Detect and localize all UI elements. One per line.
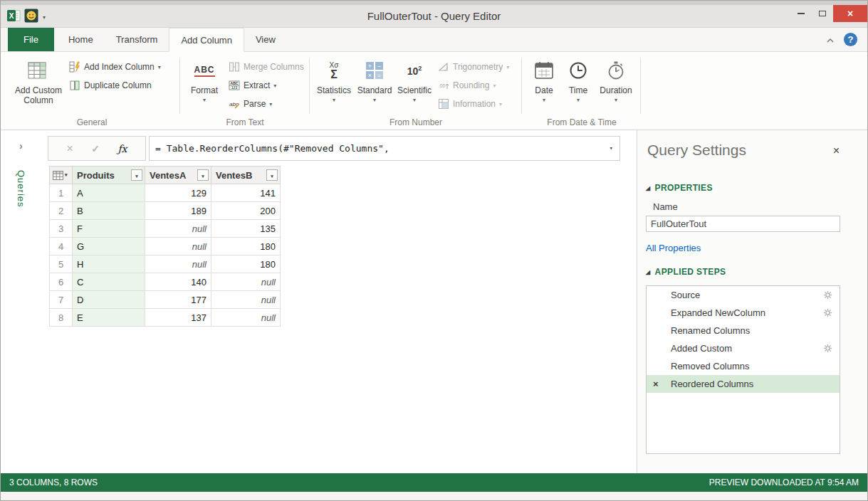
fx-icon[interactable]: ƒx xyxy=(117,143,127,154)
applied-step-added-custom[interactable]: Added Custom xyxy=(647,339,840,357)
column-header-produits[interactable]: Produits ▾ xyxy=(73,167,145,184)
formula-expand-icon[interactable]: ▾ xyxy=(610,137,613,160)
applied-steps-section-header[interactable]: ◢ APPLIED STEPS xyxy=(646,267,726,277)
row-number[interactable]: 1 xyxy=(50,184,73,202)
row-number[interactable]: 7 xyxy=(50,291,73,309)
filter-dropdown-icon[interactable]: ▾ xyxy=(266,169,278,181)
formula-input[interactable]: = Table.ReorderColumns(#"Removed Columns… xyxy=(149,136,620,161)
cell-ventesa[interactable]: null xyxy=(145,220,211,238)
expand-queries-pane-icon[interactable]: › xyxy=(19,140,23,152)
tab-view[interactable]: View xyxy=(244,28,287,51)
collapse-ribbon-icon[interactable] xyxy=(826,35,836,45)
cell-ventesa[interactable]: 140 xyxy=(145,273,211,291)
duplicate-column-button[interactable]: Duplicate Column xyxy=(69,78,152,93)
merge-columns-icon xyxy=(229,61,240,73)
smiley-feedback-icon[interactable] xyxy=(24,9,38,26)
tab-add-column[interactable]: Add Column xyxy=(169,28,244,52)
date-button[interactable]: Date ▾ xyxy=(529,55,559,120)
merge-columns-button[interactable]: Merge Columns xyxy=(229,59,304,75)
format-button[interactable]: ABC Format ▾ xyxy=(184,55,224,120)
row-number[interactable]: 6 xyxy=(50,273,73,291)
cell-produits[interactable]: C xyxy=(73,273,145,291)
cell-produits[interactable]: G xyxy=(73,238,145,255)
formula-accept-icon[interactable]: ✓ xyxy=(91,143,100,154)
standard-button[interactable]: + − × = Standard ▾ xyxy=(355,55,394,120)
minimize-button[interactable] xyxy=(790,5,812,22)
collapse-triangle-icon: ◢ xyxy=(646,269,651,275)
close-button[interactable]: × xyxy=(833,5,867,22)
applied-step-renamed-columns[interactable]: Renamed Columns xyxy=(647,322,840,339)
cell-ventesa[interactable]: 189 xyxy=(145,202,211,220)
information-button[interactable]: Information ▾ xyxy=(438,96,502,112)
gear-icon[interactable] xyxy=(823,308,832,317)
extract-button[interactable]: ABC 123 Extract ▾ xyxy=(229,78,276,93)
add-custom-column-button[interactable]: Add Custom Column xyxy=(11,55,66,120)
cell-ventesa[interactable]: 129 xyxy=(145,184,211,202)
cell-ventesb[interactable]: 180 xyxy=(211,238,281,255)
applied-step-source[interactable]: Source xyxy=(647,286,840,304)
parse-icon: abc xyxy=(229,98,240,110)
chevron-down-icon: ▾ xyxy=(373,97,376,103)
table-corner-button[interactable]: ▾ xyxy=(50,167,73,184)
queries-pane-label[interactable]: Queries xyxy=(16,170,26,208)
filter-dropdown-icon[interactable]: ▾ xyxy=(197,169,209,181)
cell-ventesb[interactable]: 141 xyxy=(211,184,281,202)
delete-step-icon[interactable]: × xyxy=(653,375,659,393)
scientific-button[interactable]: 102 Scientific ▾ xyxy=(394,55,435,120)
applied-step-reordered-columns[interactable]: × Reordered Columns xyxy=(647,375,840,393)
cell-ventesb[interactable]: null xyxy=(211,273,281,291)
cell-ventesb[interactable]: 200 xyxy=(211,202,281,220)
cell-ventesa[interactable]: null xyxy=(145,255,211,273)
rounding-button[interactable]: .00 Rounding ▾ xyxy=(438,78,496,93)
all-properties-link[interactable]: All Properties xyxy=(646,243,701,253)
group-divider xyxy=(640,58,641,114)
applied-step-expanded-newcolumn[interactable]: Expanded NewColumn xyxy=(647,304,840,322)
row-number[interactable]: 5 xyxy=(50,255,73,273)
cell-ventesb[interactable]: null xyxy=(211,291,281,309)
trigonometry-button[interactable]: Trigonometry ▾ xyxy=(438,59,509,75)
cell-ventesb[interactable]: 180 xyxy=(211,255,281,273)
query-name-input[interactable] xyxy=(646,216,840,232)
format-abc-icon: ABC xyxy=(194,58,215,83)
formula-cancel-icon[interactable]: × xyxy=(66,142,73,155)
cell-produits[interactable]: F xyxy=(73,220,145,238)
maximize-button[interactable] xyxy=(812,5,833,22)
tab-file[interactable]: File xyxy=(8,28,54,51)
cell-produits[interactable]: D xyxy=(73,291,145,309)
step-label: Reordered Columns xyxy=(671,379,753,389)
column-header-ventesa[interactable]: VentesA ▾ xyxy=(145,167,211,184)
tab-transform[interactable]: Transform xyxy=(105,28,169,51)
cell-ventesa[interactable]: null xyxy=(145,238,211,255)
statistics-button[interactable]: ΧσΣ Statistics ▾ xyxy=(314,55,354,120)
tab-home[interactable]: Home xyxy=(57,28,105,51)
row-number[interactable]: 2 xyxy=(50,202,73,220)
qat-dropdown-icon[interactable]: ▾ xyxy=(43,14,46,21)
cell-produits[interactable]: E xyxy=(73,309,145,327)
cell-produits[interactable]: H xyxy=(73,255,145,273)
cell-ventesa[interactable]: 137 xyxy=(145,309,211,327)
cell-ventesb[interactable]: null xyxy=(211,309,281,327)
time-button[interactable]: Time ▾ xyxy=(563,55,593,120)
statistics-icon: ΧσΣ xyxy=(330,58,339,83)
row-number[interactable]: 8 xyxy=(50,309,73,327)
rounding-icon: .00 xyxy=(438,80,449,91)
table-row: 3 F null 135 xyxy=(50,220,281,238)
cell-produits[interactable]: A xyxy=(73,184,145,202)
gear-icon[interactable] xyxy=(823,290,832,300)
cell-produits[interactable]: B xyxy=(73,202,145,220)
close-panel-icon[interactable]: × xyxy=(833,144,840,157)
properties-section-header[interactable]: ◢ PROPERTIES xyxy=(646,183,713,193)
cell-ventesa[interactable]: 177 xyxy=(145,291,211,309)
group-label-from-date-time: From Date & Time xyxy=(523,117,640,127)
applied-step-removed-columns[interactable]: Removed Columns xyxy=(647,357,840,375)
cell-ventesb[interactable]: 135 xyxy=(211,220,281,238)
add-index-column-button[interactable]: Add Index Column ▾ xyxy=(69,59,161,75)
row-number[interactable]: 4 xyxy=(50,238,73,255)
gear-icon[interactable] xyxy=(823,344,832,353)
column-header-ventesb[interactable]: VentesB ▾ xyxy=(211,167,281,184)
help-icon[interactable]: ? xyxy=(844,33,857,46)
duration-button[interactable]: Duration ▾ xyxy=(596,55,636,120)
row-number[interactable]: 3 xyxy=(50,220,73,238)
parse-button[interactable]: abc Parse ▾ xyxy=(229,96,272,112)
filter-dropdown-icon[interactable]: ▾ xyxy=(131,169,142,181)
